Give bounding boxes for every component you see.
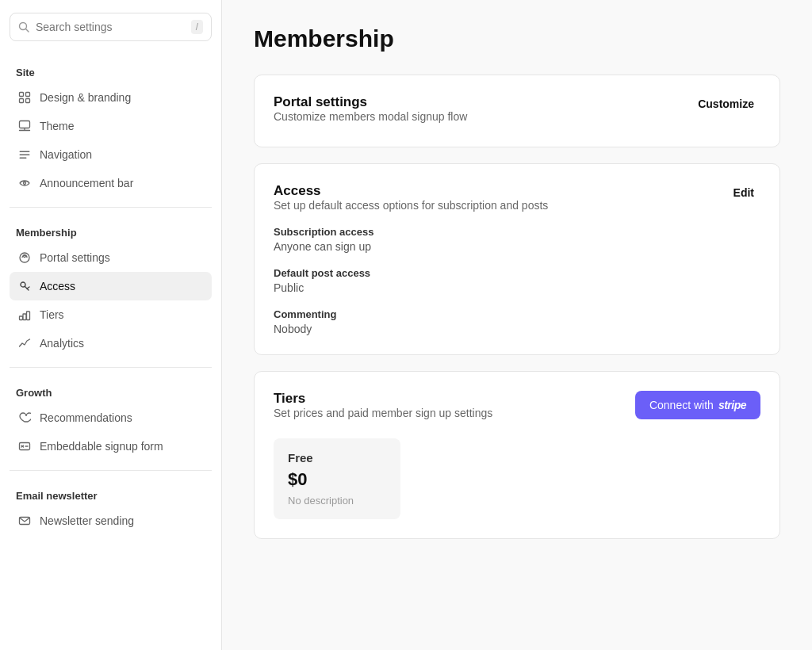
portal-settings-desc: Customize members modal signup flow <box>274 110 467 123</box>
free-tier-price: $0 <box>288 469 386 490</box>
section-label-growth: Growth <box>10 380 212 403</box>
svg-rect-6 <box>20 121 30 128</box>
divider-3 <box>10 470 212 471</box>
sidebar-item-label: Newsletter sending <box>40 514 134 527</box>
access-card-desc: Set up default access options for subscr… <box>274 199 548 212</box>
sidebar-item-label: Recommendations <box>40 411 132 424</box>
sidebar-item-access[interactable]: Access <box>10 272 212 300</box>
access-card: Access Set up default access options for… <box>254 163 780 355</box>
free-tier-box: Free $0 No description <box>274 438 400 519</box>
tiers-icon <box>17 308 32 322</box>
access-field-post: Default post access Public <box>274 267 760 294</box>
sidebar-item-theme[interactable]: Theme <box>10 112 212 140</box>
free-tier-name: Free <box>288 451 386 465</box>
divider-2 <box>10 367 212 368</box>
sidebar-item-label: Tiers <box>40 308 64 321</box>
sidebar-item-label: Analytics <box>40 337 84 350</box>
svg-line-1 <box>26 29 29 32</box>
search-slash-badge: / <box>191 20 203 34</box>
edit-button[interactable]: Edit <box>727 183 760 202</box>
svg-rect-5 <box>26 99 30 103</box>
sidebar-item-design-branding[interactable]: Design & branding <box>10 83 212 112</box>
sidebar-item-label: Access <box>40 280 75 292</box>
sidebar-item-navigation[interactable]: Navigation <box>10 140 212 169</box>
main-content: Membership Portal settings Customize mem… <box>222 0 812 650</box>
free-tier-desc: No description <box>288 495 386 507</box>
tiers-card: Tiers Set prices and paid member sign up… <box>254 371 780 539</box>
access-field-value: Anyone can sign up <box>274 240 760 253</box>
svg-rect-19 <box>23 314 26 320</box>
access-field-label: Default post access <box>274 267 760 279</box>
sidebar-item-label: Embeddable signup form <box>40 440 163 453</box>
sidebar-item-embeddable-signup[interactable]: Embeddable signup form <box>10 432 212 461</box>
sidebar-item-announcement-bar[interactable]: Announcement bar <box>10 169 212 197</box>
portal-settings-card: Portal settings Customize members modal … <box>254 75 780 147</box>
access-field-value: Public <box>274 281 760 294</box>
section-label-site: Site <box>10 60 212 83</box>
svg-rect-9 <box>20 151 30 153</box>
svg-rect-3 <box>26 93 30 97</box>
search-icon <box>18 21 29 32</box>
tiers-card-header: Tiers Set prices and paid member sign up… <box>274 391 760 419</box>
access-field-label: Subscription access <box>274 226 760 238</box>
svg-rect-18 <box>20 316 23 320</box>
newsletter-icon <box>17 514 32 528</box>
theme-icon <box>17 119 32 133</box>
search-input[interactable] <box>36 21 185 33</box>
sidebar: / Site Design & branding Theme <box>0 0 222 650</box>
connect-with-label: Connect with <box>649 399 714 411</box>
tiers-card-title: Tiers <box>274 391 492 407</box>
customize-button[interactable]: Customize <box>691 94 760 113</box>
svg-rect-4 <box>20 99 24 103</box>
section-label-membership: Membership <box>10 220 212 243</box>
search-box[interactable]: / <box>10 13 212 41</box>
svg-rect-20 <box>27 312 30 320</box>
section-label-email-newsletter: Email newsletter <box>10 484 212 507</box>
svg-point-12 <box>24 182 26 185</box>
sidebar-item-label: Announcement bar <box>40 177 133 189</box>
svg-point-14 <box>24 255 26 258</box>
announcement-icon <box>17 176 32 190</box>
tiers-card-desc: Set prices and paid member sign up setti… <box>274 407 492 419</box>
access-icon <box>17 279 32 293</box>
portal-settings-title: Portal settings <box>274 94 467 110</box>
access-field-subscription: Subscription access Anyone can sign up <box>274 226 760 253</box>
access-field-commenting: Commenting Nobody <box>274 308 760 335</box>
stripe-logo: stripe <box>718 399 746 411</box>
access-field-value: Nobody <box>274 323 760 335</box>
sidebar-item-label: Navigation <box>40 148 92 161</box>
svg-rect-11 <box>20 158 27 159</box>
design-icon <box>17 90 32 105</box>
access-field-label: Commenting <box>274 308 760 320</box>
sidebar-item-label: Portal settings <box>40 251 110 264</box>
svg-line-17 <box>27 287 29 289</box>
sidebar-item-newsletter-sending[interactable]: Newsletter sending <box>10 507 212 535</box>
sidebar-item-recommendations[interactable]: Recommendations <box>10 403 212 432</box>
recommendations-icon <box>17 411 32 425</box>
embed-icon <box>17 439 32 453</box>
sidebar-item-portal-settings[interactable]: Portal settings <box>10 243 212 272</box>
sidebar-item-analytics[interactable]: Analytics <box>10 329 212 358</box>
portal-icon <box>17 250 32 265</box>
svg-rect-2 <box>20 93 24 97</box>
sidebar-item-label: Theme <box>40 120 75 132</box>
sidebar-item-tiers[interactable]: Tiers <box>10 300 212 329</box>
divider-1 <box>10 207 212 208</box>
access-card-title: Access <box>274 183 548 199</box>
svg-rect-10 <box>20 155 30 156</box>
sidebar-item-label: Design & branding <box>40 91 131 104</box>
connect-with-stripe-button[interactable]: Connect with stripe <box>635 391 760 419</box>
page-title: Membership <box>254 25 780 52</box>
analytics-icon <box>17 336 32 350</box>
navigation-icon <box>17 147 32 162</box>
